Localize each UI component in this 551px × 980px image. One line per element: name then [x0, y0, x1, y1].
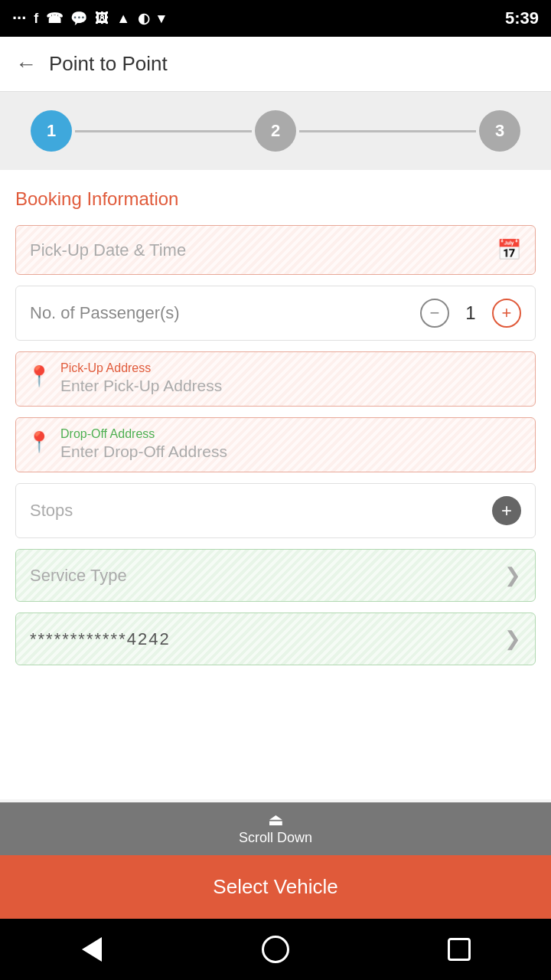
pickup-address-placeholder: Enter Pick-Up Address — [60, 377, 222, 395]
status-bar: ··· f ☎ 💬 🖼 ▲ ◐ ▾ 5:39 — [0, 0, 551, 37]
pickup-address-content: Pick-Up Address Enter Pick-Up Address — [60, 361, 222, 395]
home-circle-icon — [262, 936, 289, 963]
step-1-circle[interactable]: 1 — [31, 110, 72, 152]
nav-home-button[interactable] — [253, 926, 298, 972]
main-content: Booking Information Pick-Up Date & Time … — [0, 170, 551, 799]
progress-bar: 1 2 3 — [0, 92, 551, 170]
drive-icon: ▲ — [116, 11, 130, 27]
add-stops-button[interactable]: + — [492, 496, 521, 525]
circle-icon: ◐ — [138, 10, 150, 27]
back-button[interactable]: ← — [15, 52, 37, 77]
dropoff-address-placeholder: Enter Drop-Off Address — [60, 443, 227, 461]
select-vehicle-button[interactable]: Select Vehicle — [0, 855, 551, 919]
status-bar-icons: ··· f ☎ 💬 🖼 ▲ ◐ ▾ — [12, 8, 165, 28]
step-2-circle[interactable]: 2 — [255, 110, 296, 152]
menu-icon: ··· — [12, 8, 26, 28]
passenger-count: 1 — [463, 302, 478, 324]
nav-recents-button[interactable] — [436, 926, 482, 972]
fb-icon: f — [34, 11, 38, 27]
step-line-2 — [299, 130, 476, 132]
top-bar: ← Point to Point — [0, 37, 551, 92]
location-icon: ▾ — [158, 10, 165, 27]
step-2-label: 2 — [271, 121, 280, 141]
scroll-down-label: Scroll Down — [239, 830, 312, 846]
counter-group: − 1 + — [420, 299, 521, 328]
pickup-pin-icon: 📍 — [27, 364, 51, 388]
chevron-right-icon-2: ❯ — [504, 627, 521, 651]
whatsapp-icon: ☎ — [46, 10, 63, 27]
service-type-field[interactable]: Service Type ❯ — [15, 549, 536, 602]
back-triangle-icon — [82, 937, 102, 962]
dropoff-address-label: Drop-Off Address — [60, 427, 227, 441]
dropoff-address-field[interactable]: 📍 Drop-Off Address Enter Drop-Off Addres… — [15, 417, 536, 472]
scroll-chevrons-icon: ⏏ — [268, 812, 284, 828]
pickup-date-placeholder: Pick-Up Date & Time — [30, 240, 186, 260]
nav-back-button[interactable] — [69, 926, 115, 972]
card-field[interactable]: ************4242 ❯ — [15, 612, 536, 665]
step-wrapper: 1 2 3 — [31, 110, 520, 152]
bottom-nav — [0, 919, 551, 980]
calendar-icon: 📅 — [497, 238, 521, 262]
decrease-passenger-button[interactable]: − — [420, 299, 449, 328]
increase-passenger-button[interactable]: + — [492, 299, 521, 328]
chevron-right-icon: ❯ — [504, 564, 521, 587]
pickup-address-field[interactable]: 📍 Pick-Up Address Enter Pick-Up Address — [15, 351, 536, 407]
gallery-icon: 🖼 — [95, 11, 109, 27]
dropoff-address-content: Drop-Off Address Enter Drop-Off Address — [60, 427, 227, 461]
step-3-circle[interactable]: 3 — [479, 110, 520, 152]
passenger-label: No. of Passenger(s) — [30, 303, 180, 323]
page-title: Point to Point — [49, 52, 168, 76]
stops-label: Stops — [30, 501, 73, 521]
passenger-row: No. of Passenger(s) − 1 + — [15, 286, 536, 341]
step-1-label: 1 — [47, 121, 56, 141]
pickup-address-label: Pick-Up Address — [60, 361, 222, 375]
message-icon: 💬 — [70, 10, 87, 27]
dropoff-pin-icon: 📍 — [27, 430, 51, 454]
step-3-label: 3 — [495, 121, 504, 141]
section-title: Booking Information — [15, 188, 536, 210]
status-time: 5:39 — [505, 8, 539, 28]
card-number: ************4242 — [30, 629, 171, 649]
service-type-label: Service Type — [30, 566, 127, 586]
pickup-date-field[interactable]: Pick-Up Date & Time 📅 — [15, 225, 536, 275]
recents-square-icon — [448, 938, 471, 961]
scroll-down-banner[interactable]: ⏏ Scroll Down — [0, 802, 551, 855]
step-line-1 — [75, 130, 252, 132]
stops-field[interactable]: Stops + — [15, 483, 536, 538]
